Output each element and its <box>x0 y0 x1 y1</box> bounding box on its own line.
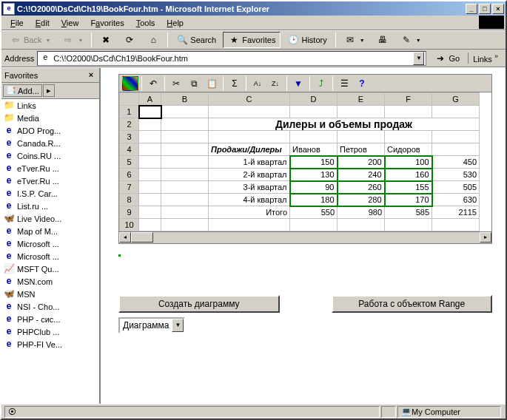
cell[interactable] <box>161 143 209 156</box>
cell[interactable]: 170 <box>385 194 432 206</box>
menu-help[interactable]: Help <box>161 17 189 29</box>
column-header[interactable]: G <box>432 93 480 106</box>
cell[interactable] <box>432 131 480 143</box>
favorites-button[interactable]: ★Favorites <box>223 32 281 48</box>
chart-type-select[interactable]: Диаграмма ▼ <box>118 317 185 333</box>
cell[interactable]: 2115 <box>432 206 480 219</box>
create-chart-button[interactable]: Создать диаграмму <box>118 295 280 313</box>
autosum-button[interactable]: Σ <box>226 76 243 91</box>
cell[interactable]: 155 <box>385 181 432 194</box>
cell[interactable] <box>290 219 338 231</box>
favorites-item[interactable]: eMap of M... <box>1 225 99 237</box>
cell[interactable] <box>161 106 209 118</box>
cell[interactable]: Продажи/Дилеры <box>209 143 290 156</box>
horizontal-scrollbar[interactable]: ◂ ▸ <box>119 231 491 243</box>
cell[interactable] <box>432 219 480 231</box>
row-header[interactable]: 4 <box>120 143 139 156</box>
cell[interactable]: 1-й квартал <box>209 156 290 169</box>
go-button[interactable]: ➜Go <box>429 50 465 67</box>
address-dropdown[interactable]: ▼ <box>413 52 424 65</box>
cell[interactable]: 4-й квартал <box>209 194 290 206</box>
column-header[interactable]: A <box>139 93 161 106</box>
favorites-item[interactable]: ePHPClub ... <box>1 325 99 338</box>
sheet-title[interactable]: Дилеры и объемы продаж <box>209 118 480 131</box>
cell[interactable] <box>385 106 432 118</box>
search-button[interactable]: 🔍Search <box>171 32 221 48</box>
cell[interactable] <box>139 131 161 143</box>
favorites-item[interactable]: eI.S.P. Car... <box>1 187 99 200</box>
cell[interactable] <box>385 219 432 231</box>
cell[interactable]: 200 <box>338 156 385 169</box>
cell[interactable] <box>161 156 209 169</box>
cell[interactable] <box>209 131 290 143</box>
cell[interactable] <box>139 206 161 219</box>
cell[interactable] <box>161 169 209 181</box>
cell[interactable] <box>161 181 209 194</box>
column-header[interactable]: B <box>161 93 209 106</box>
sort-asc-button[interactable]: A↓ <box>249 76 266 91</box>
menu-tools[interactable]: Tools <box>130 17 161 29</box>
mail-button[interactable]: ✉▼ <box>339 32 370 48</box>
cell[interactable] <box>139 181 161 194</box>
cell[interactable]: 2-й квартал <box>209 169 290 181</box>
close-button[interactable]: × <box>492 4 504 14</box>
row-header[interactable]: 2 <box>120 118 139 131</box>
stop-button[interactable]: ✖ <box>95 32 117 48</box>
maximize-button[interactable]: □ <box>479 4 491 14</box>
cell[interactable] <box>139 169 161 181</box>
row-header[interactable]: 9 <box>120 206 139 219</box>
cell[interactable] <box>139 219 161 231</box>
cell[interactable] <box>161 194 209 206</box>
cell[interactable]: 505 <box>432 181 480 194</box>
cell[interactable] <box>209 106 290 118</box>
cell[interactable]: 550 <box>290 206 338 219</box>
properties-button[interactable]: ☰ <box>336 76 352 91</box>
minimize-button[interactable]: _ <box>466 4 477 14</box>
cell[interactable]: Петров <box>338 143 385 156</box>
favorites-item[interactable]: 📈MSFT Qu... <box>1 262 99 275</box>
cell[interactable] <box>139 156 161 169</box>
home-button[interactable]: ⌂ <box>142 32 164 48</box>
favorites-item[interactable]: ePHP-FI Ve... <box>1 338 99 350</box>
cell[interactable] <box>385 131 432 143</box>
cell[interactable] <box>139 118 161 131</box>
column-header[interactable]: E <box>338 93 385 106</box>
column-header[interactable]: F <box>385 93 432 106</box>
favorites-item[interactable]: 🦋MSN <box>1 288 99 300</box>
cell[interactable]: 90 <box>290 181 338 194</box>
edit-button[interactable]: ✎▼ <box>395 32 426 48</box>
cell[interactable]: Итого <box>209 206 290 219</box>
print-button[interactable]: 🖶 <box>372 32 394 48</box>
cell[interactable] <box>139 143 161 156</box>
cell[interactable] <box>139 106 161 118</box>
cell[interactable] <box>161 131 209 143</box>
cell[interactable]: 980 <box>338 206 385 219</box>
cell[interactable]: Сидоров <box>385 143 432 156</box>
scroll-thumb[interactable] <box>131 232 153 243</box>
favorites-close[interactable]: × <box>86 70 96 81</box>
favorites-item[interactable]: 📁Media <box>1 112 99 124</box>
cell[interactable] <box>432 143 480 156</box>
row-header[interactable]: 3 <box>120 131 139 143</box>
scroll-left[interactable]: ◂ <box>119 232 131 243</box>
refresh-button[interactable]: ⟳ <box>118 32 141 48</box>
cell[interactable] <box>432 106 480 118</box>
cell[interactable]: 160 <box>385 169 432 181</box>
range-object-button[interactable]: Работа с объектом Range <box>332 295 493 313</box>
owc-icon[interactable] <box>122 76 138 91</box>
resize-handle[interactable] <box>118 254 121 257</box>
cell[interactable] <box>161 118 209 131</box>
cell[interactable]: 3-й квартал <box>209 181 290 194</box>
cell[interactable] <box>338 106 385 118</box>
paste-button[interactable]: 📋 <box>204 76 220 91</box>
column-header[interactable]: C <box>209 93 290 106</box>
export-button[interactable]: ⤴ <box>313 76 329 91</box>
undo-button[interactable]: ↶ <box>145 76 161 91</box>
cell[interactable]: 100 <box>385 156 432 169</box>
column-header[interactable]: D <box>290 93 338 106</box>
cut-button[interactable]: ✂ <box>168 76 184 91</box>
row-header[interactable]: 5 <box>120 156 139 169</box>
favorites-item[interactable]: eMicrosoft ... <box>1 250 99 262</box>
cell[interactable]: 150 <box>290 156 338 169</box>
cell[interactable] <box>209 219 290 231</box>
